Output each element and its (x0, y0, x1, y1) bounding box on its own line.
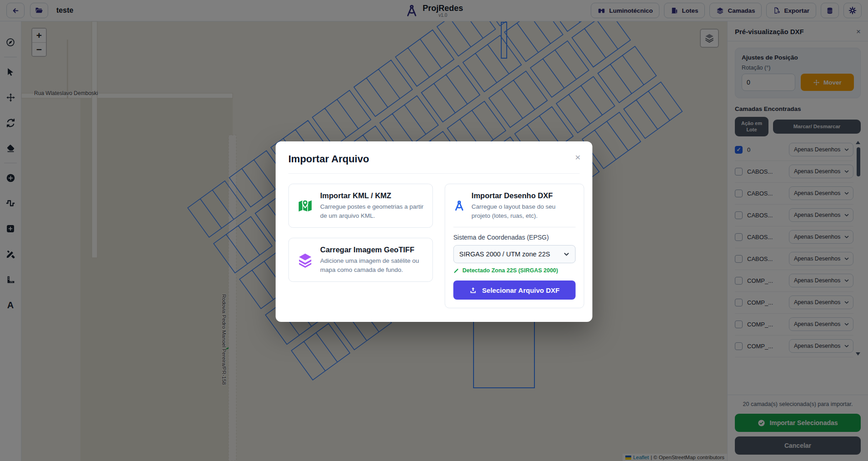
pencil-icon (454, 268, 459, 274)
map-pin-icon (297, 198, 314, 214)
select-dxf-file-button[interactable]: Selecionar Arquivo DXF (454, 281, 576, 300)
upload-icon (469, 286, 477, 294)
dxf-card-title: Importar Desenho DXF (472, 191, 576, 200)
dxf-card-description: Carregue o layout base do seu projeto (l… (472, 202, 576, 220)
geotiff-card-description: Adicione uma imagem de satélite ou mapa … (320, 256, 424, 274)
kml-card-description: Carregue postes e geometrias a partir de… (320, 202, 424, 220)
import-kml-card[interactable]: Importar KML / KMZ Carregue postes e geo… (289, 184, 433, 228)
geotiff-card-title: Carregar Imagem GeoTIFF (320, 246, 424, 254)
modal-close-button[interactable]: × (575, 152, 580, 162)
kml-card-title: Importar KML / KMZ (320, 191, 424, 200)
modal-title: Importar Arquivo (289, 153, 369, 165)
load-geotiff-card[interactable]: Carregar Imagem GeoTIFF Adicione uma ima… (289, 238, 433, 282)
import-file-modal: Importar Arquivo × Importar KML / KMZ Ca… (276, 141, 593, 322)
detected-zone-status: Detectado Zona 22S (SIRGAS 2000) (454, 267, 576, 274)
card-divider (454, 227, 576, 227)
drafting-compass-icon (454, 197, 465, 215)
epsg-selected-value: SIRGAS 2000 / UTM zone 22S (459, 251, 560, 258)
epsg-select[interactable]: SIRGAS 2000 / UTM zone 22S (454, 245, 576, 263)
import-dxf-card: Importar Desenho DXF Carregue o layout b… (445, 184, 584, 308)
stacked-layers-icon (297, 252, 314, 268)
epsg-label: Sistema de Coordenadas (EPSG) (454, 234, 576, 241)
chevron-down-icon (564, 251, 570, 257)
